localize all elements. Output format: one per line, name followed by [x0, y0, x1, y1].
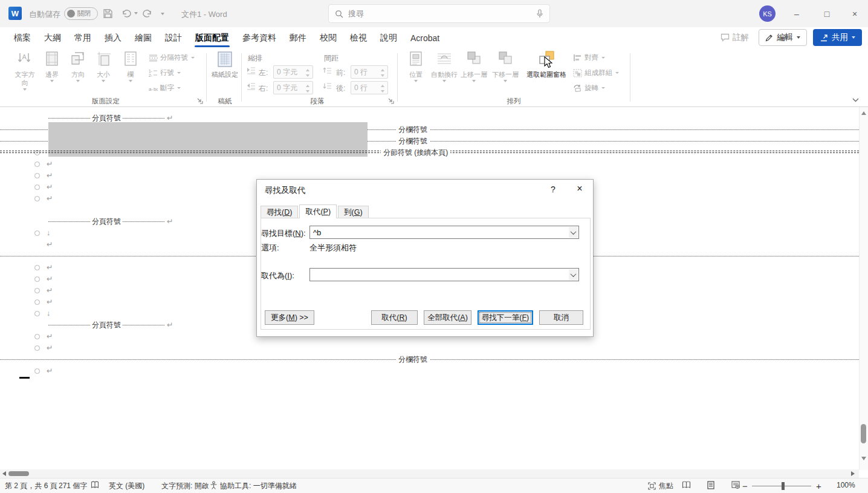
find-next-button[interactable]: 尋找下一筆(F)	[478, 310, 533, 325]
tab-home[interactable]: 常用	[68, 27, 98, 48]
tab-acrobat[interactable]: Acrobat	[404, 27, 446, 48]
hyphenation-button[interactable]: a-bc 斷字	[149, 83, 181, 93]
search-box[interactable]	[328, 4, 550, 23]
editing-mode-button[interactable]: 編輯	[759, 29, 807, 46]
share-button[interactable]: 共用	[813, 29, 862, 46]
word-logo-icon[interactable]: W	[8, 7, 22, 20]
search-input[interactable]	[348, 9, 536, 18]
tab-goto[interactable]: 到(G)	[338, 206, 369, 218]
stepper-arrows-icon[interactable]	[304, 67, 311, 78]
group-button[interactable]: 組成群組	[573, 68, 619, 77]
spacing-after-stepper[interactable]: 0 行	[351, 81, 388, 94]
find-what-combobox[interactable]: ^b	[309, 226, 579, 239]
stepper-arrows-icon[interactable]	[379, 83, 386, 94]
accessibility-status[interactable]: 協助工具: 一切準備就緒	[220, 481, 297, 491]
vertical-scrollbar[interactable]	[859, 107, 868, 470]
undo-caret-icon[interactable]	[134, 12, 138, 15]
proofing-icon[interactable]	[91, 481, 99, 489]
align-button[interactable]: 對齊	[573, 53, 605, 62]
dialog-close-button[interactable]: ×	[574, 183, 586, 194]
tab-references[interactable]: 參考資料	[236, 27, 283, 48]
tab-draw[interactable]: 繪圖	[128, 27, 158, 48]
text-direction-button[interactable]: A 文字方向	[12, 51, 37, 91]
zoom-level[interactable]: 100%	[837, 481, 855, 489]
zoom-out-button[interactable]: −	[742, 481, 748, 491]
position-button[interactable]: 位置	[404, 51, 428, 82]
indent-left-stepper[interactable]: 0 字元	[273, 65, 313, 79]
zoom-slider-thumb[interactable]	[782, 482, 785, 490]
page-indicator[interactable]: 第 2 頁，共 6 頁	[5, 481, 57, 491]
cancel-button[interactable]: 取消	[539, 310, 583, 325]
tab-insert[interactable]: 插入	[98, 27, 128, 48]
autosave-toggle[interactable]: 關閉	[64, 7, 98, 20]
close-button[interactable]: ×	[841, 0, 868, 27]
replace-with-combobox[interactable]	[309, 268, 579, 281]
comments-button[interactable]: 註解	[717, 30, 753, 45]
paragraph-dialog-launcher[interactable]	[388, 98, 394, 104]
line-numbers-button[interactable]: 1-2- 行號	[149, 68, 181, 77]
tab-design[interactable]: 設計	[158, 27, 189, 48]
focus-button[interactable]: 焦點	[648, 481, 673, 491]
page-setup-dialog-launcher[interactable]	[197, 98, 203, 104]
horizontal-scrollbar[interactable]	[0, 469, 859, 478]
replace-all-button[interactable]: 全部取代(A)	[424, 310, 471, 325]
undo-icon[interactable]	[120, 7, 133, 19]
maximize-button[interactable]: □	[814, 0, 840, 27]
dialog-help-button[interactable]: ?	[548, 184, 558, 194]
columns-button[interactable]: 欄	[118, 51, 143, 82]
vertical-scroll-thumb[interactable]	[861, 424, 866, 443]
bring-forward-button[interactable]: 上移一層	[459, 51, 488, 82]
collapse-ribbon-chevron-icon[interactable]	[850, 96, 861, 104]
focus-icon	[648, 482, 656, 490]
scroll-right-arrow-icon[interactable]	[851, 471, 855, 476]
quick-access-caret-icon[interactable]	[161, 13, 164, 15]
tab-help[interactable]: 說明	[374, 27, 404, 48]
tab-mailings[interactable]: 郵件	[283, 27, 313, 48]
doc-row-section-break: 分節符號 (接續本頁)	[0, 147, 859, 158]
accessibility-icon[interactable]	[210, 481, 218, 489]
read-mode-button[interactable]	[682, 481, 691, 489]
spacing-before-stepper[interactable]: 0 行	[351, 65, 388, 79]
rotate-button[interactable]: 旋轉	[573, 83, 605, 93]
horizontal-scroll-thumb[interactable]	[8, 471, 29, 476]
stepper-arrows-icon[interactable]	[304, 83, 311, 94]
svg-text:a-: a-	[149, 87, 153, 92]
avatar[interactable]: KS	[759, 5, 776, 22]
more-button[interactable]: 更多(M) >>	[265, 310, 314, 325]
tab-layout[interactable]: 版面配置	[189, 27, 236, 48]
web-layout-button[interactable]	[731, 481, 740, 489]
replace-button[interactable]: 取代(R)	[371, 310, 418, 325]
stepper-arrows-icon[interactable]	[379, 67, 386, 78]
tab-view[interactable]: 檢視	[343, 27, 374, 48]
find-what-value[interactable]: ^b	[313, 228, 321, 237]
genko-settings-button[interactable]: 稿紙設定	[212, 51, 238, 79]
bullet-circle-icon	[34, 276, 40, 282]
tab-find[interactable]: 尋找(D)	[261, 206, 298, 218]
margins-button[interactable]: 邊界	[40, 51, 64, 82]
orientation-button[interactable]: 方向	[66, 51, 89, 82]
tab-review[interactable]: 校閱	[313, 27, 343, 48]
mic-icon[interactable]	[536, 9, 543, 18]
tab-file[interactable]: 檔案	[7, 27, 37, 48]
combo-dropdown-button[interactable]	[569, 269, 578, 280]
combo-dropdown-button[interactable]	[569, 227, 578, 238]
scroll-down-arrow-icon[interactable]	[861, 457, 866, 460]
send-backward-button[interactable]: 下移一層	[491, 51, 520, 82]
redo-icon[interactable]	[141, 7, 154, 19]
save-icon[interactable]	[101, 7, 114, 19]
language-indicator[interactable]: 英文 (美國)	[109, 481, 144, 491]
group-label-page-setup: 版面設定	[12, 97, 199, 106]
print-layout-button[interactable]	[707, 481, 714, 489]
breaks-button[interactable]: 分隔符號	[149, 53, 195, 62]
scroll-up-arrow-icon[interactable]	[861, 111, 866, 115]
tab-replace[interactable]: 取代(P)	[299, 204, 337, 218]
scroll-left-arrow-icon[interactable]	[2, 471, 6, 476]
indent-right-stepper[interactable]: 0 字元	[273, 81, 313, 94]
zoom-in-button[interactable]: +	[816, 481, 821, 491]
text-prediction-indicator[interactable]: 文字預測: 開啟	[161, 481, 209, 491]
size-button[interactable]: 大小	[92, 51, 115, 82]
wrap-text-button[interactable]: 自動換行	[430, 51, 458, 82]
tab-outline[interactable]: 大綱	[37, 27, 68, 48]
word-count[interactable]: 271 個字	[59, 481, 87, 491]
minimize-button[interactable]: –	[783, 0, 810, 27]
